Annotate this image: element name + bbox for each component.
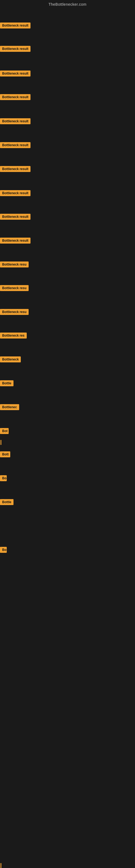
bottleneck-row-2: Bottleneck result [0,67,135,80]
bottleneck-row-20: Bottle [0,495,135,509]
cursor-line-1 [1,863,1,868]
bottleneck-row-15: Bottle [0,376,135,390]
bottleneck-row-9: Bottleneck result [0,234,135,247]
bottleneck-row-11: Bottleneck resu [0,281,135,295]
bottleneck-row-13: Bottleneck res [0,329,135,342]
bottleneck-row-14: Bottleneck [0,352,135,366]
bottleneck-badge-6[interactable]: Bottleneck result [0,166,31,172]
site-title: TheBottlenecker.com [0,0,135,9]
bottleneck-badge-0[interactable]: Bottleneck result [0,23,31,29]
bottleneck-row-17: Bot [0,424,135,438]
bottleneck-badge-4[interactable]: Bottleneck result [0,118,31,124]
bottleneck-badge-19[interactable]: Bo [0,475,7,481]
bottleneck-row-0: Bottleneck result [0,19,135,32]
bottleneck-badge-12[interactable]: Bottleneck resu [0,309,29,315]
bottleneck-row-16: Bottlenec [0,400,135,414]
bottleneck-row-7: Bottleneck result [0,186,135,200]
bottleneck-badge-2[interactable]: Bottleneck result [0,70,31,76]
bottleneck-badge-11[interactable]: Bottleneck resu [0,285,29,291]
bottleneck-row-12: Bottleneck resu [0,305,135,319]
bottleneck-row-1: Bottleneck result [0,42,135,56]
bottleneck-badge-10[interactable]: Bottleneck resu [0,261,29,268]
bottleneck-badge-3[interactable]: Bottleneck result [0,94,31,100]
bottleneck-badge-17[interactable]: Bot [0,428,9,434]
bottleneck-row-10: Bottleneck resu [0,258,135,271]
bottleneck-badge-13[interactable]: Bottleneck res [0,333,27,339]
bottleneck-badge-1[interactable]: Bottleneck result [0,46,31,52]
bottleneck-badge-20[interactable]: Bottle [0,499,13,505]
cursor-line-0 [1,440,1,445]
bottleneck-row-4: Bottleneck result [0,115,135,128]
bottleneck-badge-15[interactable]: Bottle [0,380,13,386]
bottleneck-row-6: Bottleneck result [0,162,135,176]
bottleneck-badge-5[interactable]: Bottleneck result [0,142,31,148]
bottleneck-row-8: Bottleneck result [0,210,135,223]
bottleneck-row-3: Bottleneck result [0,90,135,104]
bottleneck-badge-16[interactable]: Bottlenec [0,404,19,410]
bottleneck-badge-7[interactable]: Bottleneck result [0,190,31,196]
bottleneck-badge-8[interactable]: Bottleneck result [0,214,31,220]
bottleneck-badge-9[interactable]: Bottleneck result [0,238,31,244]
bottleneck-row-21: Bo [0,543,135,557]
bottleneck-row-18: Bott [0,447,135,461]
bottleneck-row-19: Bo [0,471,135,485]
bottleneck-badge-18[interactable]: Bott [0,452,10,457]
bottleneck-row-5: Bottleneck result [0,138,135,152]
bottleneck-badge-21[interactable]: Bo [0,547,7,553]
bottleneck-badge-14[interactable]: Bottleneck [0,356,21,362]
